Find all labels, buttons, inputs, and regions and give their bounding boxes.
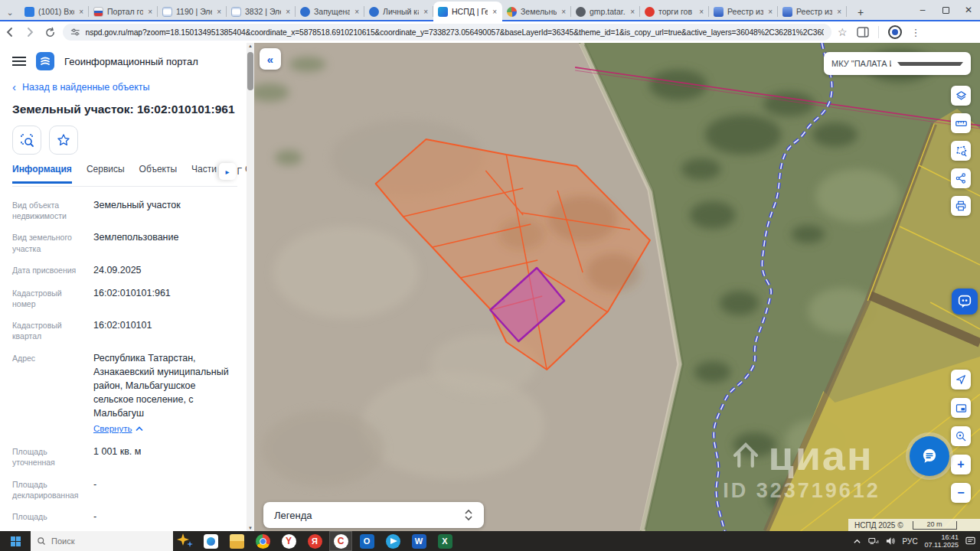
- share-button[interactable]: [951, 168, 971, 188]
- network-icon[interactable]: [868, 536, 879, 546]
- zoom-in-button[interactable]: +: [951, 455, 971, 474]
- back-to-results-link[interactable]: ‹ Назад в найденные объекты: [12, 81, 237, 93]
- search-input[interactable]: [51, 536, 143, 546]
- toolbar-right: ☆ ⋮: [838, 25, 921, 39]
- taskbar-search[interactable]: [31, 531, 173, 551]
- browser-tab[interactable]: Портал госу×: [89, 2, 158, 21]
- address-bar[interactable]: nspd.gov.ru/map?zoom=18.150134951385404&…: [63, 24, 831, 41]
- close-icon[interactable]: ×: [560, 8, 567, 16]
- sidebar-tabs: Информация Сервисы Объекты Части ЗУ Сост…: [12, 164, 237, 187]
- app-yandex-browser[interactable]: Y: [277, 531, 300, 551]
- new-tab-button[interactable]: +: [851, 3, 870, 21]
- tab-services[interactable]: Сервисы: [87, 164, 125, 181]
- browser-tab[interactable]: Реестр изв×: [778, 2, 847, 21]
- close-icon[interactable]: ×: [147, 8, 153, 16]
- close-icon[interactable]: ×: [836, 8, 842, 16]
- sidebar-scrollbar[interactable]: ▲ ▼: [247, 43, 254, 531]
- app-chrome[interactable]: [251, 531, 274, 551]
- map-canvas[interactable]: « МКУ "ПАЛАТА ИЗО АЗНАКА...: [254, 43, 980, 531]
- close-icon[interactable]: ×: [78, 8, 84, 16]
- url-text: nspd.gov.ru/map?zoom=18.150134951385404&…: [86, 28, 824, 37]
- browser-tab[interactable]: Реестр изв×: [709, 2, 778, 21]
- minimap-button[interactable]: [951, 398, 971, 418]
- close-icon[interactable]: ×: [354, 8, 360, 16]
- close-icon[interactable]: ×: [285, 8, 291, 16]
- browser-menu-icon[interactable]: ⋮: [911, 27, 921, 38]
- browser-tab[interactable]: (1001) Вход×: [20, 2, 89, 21]
- browser-tab[interactable]: Личный каб×: [364, 2, 433, 21]
- browser-tab[interactable]: 1190 | Элек×: [158, 2, 227, 21]
- measure-button[interactable]: [951, 113, 971, 133]
- collapse-address-link[interactable]: Свернуть: [93, 422, 143, 435]
- start-button[interactable]: [0, 531, 31, 551]
- legend-expand-icon: [464, 508, 473, 522]
- tab-search-button[interactable]: ⌄: [0, 3, 20, 21]
- map-assistant-button[interactable]: [952, 289, 978, 315]
- browser-tab[interactable]: gmp.tatar.ru×: [571, 2, 640, 21]
- app-active-c[interactable]: C: [329, 531, 352, 551]
- field-row: Кадастровый квартал16:02:010101: [12, 318, 237, 341]
- app-word[interactable]: W: [407, 531, 430, 551]
- locate-on-map-button[interactable]: [12, 126, 41, 155]
- document-icon: [231, 7, 241, 17]
- copilot-sparkle-icon[interactable]: [173, 531, 196, 551]
- app-file-explorer[interactable]: [225, 531, 248, 551]
- field-row-address: Адрес Республика Татарстан, Азнакаевский…: [12, 351, 237, 436]
- layers-icon: [955, 90, 968, 103]
- close-window-button[interactable]: ✕: [957, 0, 980, 20]
- zoom-out-button[interactable]: −: [951, 483, 971, 503]
- notification-center-icon[interactable]: [965, 536, 975, 546]
- browser-tab[interactable]: Запущена н×: [296, 2, 364, 21]
- tab-information[interactable]: Информация: [12, 164, 72, 184]
- restore-button[interactable]: [934, 0, 957, 20]
- printer-icon: [955, 200, 967, 212]
- menu-hamburger-icon[interactable]: [12, 57, 26, 66]
- chevron-down-icon: [897, 62, 963, 66]
- browser-tab[interactable]: Земельный×: [502, 2, 571, 21]
- tray-chevron-up-icon[interactable]: [853, 538, 861, 545]
- bookmark-star-icon[interactable]: ☆: [838, 26, 848, 38]
- reload-button[interactable]: [40, 22, 60, 42]
- browser-tab[interactable]: 3832 | Элек×: [227, 2, 296, 21]
- close-icon[interactable]: ×: [698, 8, 704, 16]
- language-indicator[interactable]: РУС: [903, 537, 918, 546]
- back-button[interactable]: [0, 22, 20, 42]
- layers-button[interactable]: [951, 86, 971, 106]
- app-outlook[interactable]: O: [355, 531, 378, 551]
- app-telegram[interactable]: [381, 531, 404, 551]
- app-sferum[interactable]: [199, 531, 222, 551]
- my-location-button[interactable]: [951, 370, 971, 390]
- sidebar-collapse-button[interactable]: «: [260, 48, 281, 70]
- chat-support-button[interactable]: [910, 436, 949, 476]
- volume-icon[interactable]: [886, 536, 896, 546]
- area-select-button[interactable]: [951, 141, 971, 161]
- close-icon[interactable]: ×: [629, 8, 635, 16]
- forward-button[interactable]: [20, 22, 40, 42]
- scroll-up-icon[interactable]: ▲: [247, 44, 254, 48]
- browser-tab-active[interactable]: НСПД | Гео×: [433, 2, 502, 21]
- browser-tab[interactable]: торги гов р×: [640, 2, 709, 21]
- side-panel-icon[interactable]: [857, 27, 869, 37]
- scrollbar-thumb[interactable]: [247, 52, 253, 90]
- field-row: Кадастровый номер16:02:010101:961: [12, 286, 237, 309]
- layer-select-dropdown[interactable]: МКУ "ПАЛАТА ИЗО АЗНАКА...: [824, 52, 971, 75]
- legend-bar[interactable]: Легенда: [263, 502, 484, 528]
- aerial-map[interactable]: [254, 43, 980, 531]
- tabs-scroll-right-button[interactable]: ▸: [219, 163, 236, 180]
- scroll-down-icon[interactable]: ▼: [247, 526, 254, 530]
- close-icon[interactable]: ×: [216, 8, 222, 16]
- close-icon[interactable]: ×: [492, 8, 498, 16]
- coordinate-search-button[interactable]: [951, 426, 971, 446]
- taskbar-clock[interactable]: 16:41 07.11.2025: [925, 533, 959, 549]
- tab-objects[interactable]: Объекты: [139, 164, 178, 181]
- profile-avatar[interactable]: [888, 25, 902, 39]
- print-button[interactable]: [951, 196, 971, 216]
- app-excel[interactable]: X: [433, 531, 456, 551]
- field-row: Вид объекта недвижимостиЗемельный участо…: [12, 198, 237, 221]
- browser-toolbar: nspd.gov.ru/map?zoom=18.150134951385404&…: [0, 21, 980, 43]
- close-icon[interactable]: ×: [767, 8, 773, 16]
- minimize-button[interactable]: –: [911, 0, 934, 20]
- close-icon[interactable]: ×: [423, 8, 429, 16]
- favorite-button[interactable]: [49, 126, 78, 155]
- app-yandex[interactable]: Я: [303, 531, 326, 551]
